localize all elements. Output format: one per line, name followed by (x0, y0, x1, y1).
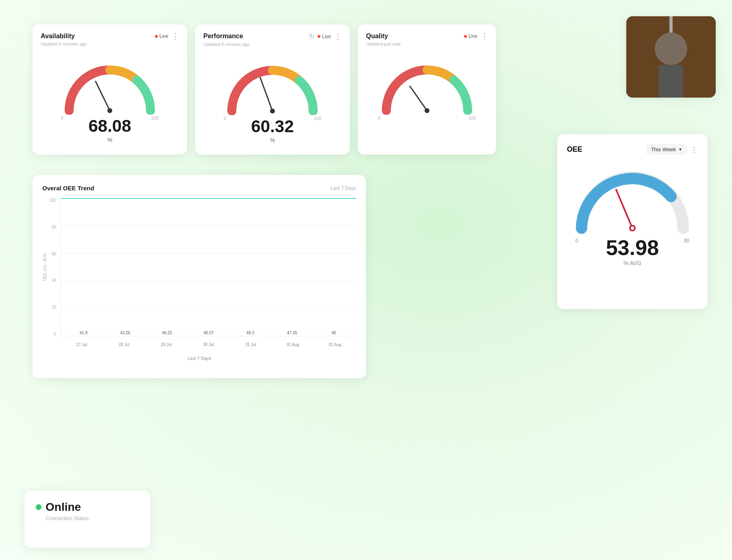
performance-live-label: Live (322, 34, 331, 39)
svg-rect-8 (661, 53, 681, 65)
chart-header: Overal OEE Trend Last 7 Days (42, 185, 356, 192)
bar-label-0: 41.9 (80, 331, 87, 335)
bar-group-4: 48.3 (232, 331, 269, 336)
online-indicator: Online (36, 501, 139, 514)
quality-menu[interactable]: ⋮ (481, 33, 488, 40)
availability-title: Availability (41, 33, 75, 40)
bar-label-1: 43.26 (120, 331, 130, 335)
card-online: Online Connection Status (24, 491, 150, 548)
availability-header: Availability Live ⋮ (41, 33, 179, 40)
bar-label-2: 48.25 (162, 331, 172, 335)
oee-title: OEE (567, 145, 582, 154)
oee-header: OEE This Week ▼ ⋮ (567, 144, 698, 155)
bar-label-6: 46 (331, 331, 336, 335)
yaxis-100: 100 (49, 198, 56, 203)
xaxis-item-1: 28 Jul (103, 336, 145, 353)
chart-yaxis-title: OEE (%) - AVG (43, 253, 47, 281)
chart-xaxis-title: Last 7 Days (187, 356, 211, 361)
svg-line-13 (410, 86, 427, 111)
availability-gauge: 0 100 68.08 % (41, 50, 179, 143)
quality-gauge-max: 100 (468, 115, 476, 120)
performance-menu[interactable]: ⋮ (334, 33, 342, 40)
availability-live-dot (155, 35, 158, 38)
online-status: Online (46, 501, 81, 514)
availability-live-badge: Live (155, 33, 168, 39)
yaxis-60: 60 (52, 252, 56, 256)
oee-gauge-min: 0 (575, 238, 578, 244)
availability-gauge-min: 0 (61, 115, 63, 120)
performance-unit: % (270, 137, 275, 144)
svg-rect-3 (663, 16, 667, 41)
bar-group-2: 48.25 (148, 331, 185, 336)
svg-line-11 (260, 78, 272, 111)
card-quality: Quality Live ⋮ Updated just now 0 (358, 24, 496, 155)
svg-line-9 (96, 81, 110, 111)
svg-rect-1 (651, 41, 691, 98)
chart-bars: 41.9 43.26 48.25 46.07 (61, 198, 356, 336)
bar-label-4: 48.3 (246, 331, 254, 335)
performance-gauge-max: 100 (314, 116, 321, 121)
main-container: Availability Live ⋮ Updated 5 minutes ag… (24, 24, 708, 536)
oee-gauge-svg (571, 163, 693, 236)
availability-live-label: Live (159, 33, 168, 39)
performance-subtitle: Updated 5 minutes ago (203, 42, 342, 47)
quality-header: Quality Live ⋮ (366, 33, 488, 40)
card-availability: Availability Live ⋮ Updated 5 minutes ag… (33, 24, 187, 155)
availability-value: 68.08 (88, 116, 131, 136)
chart-xaxis: 27 Jul 28 Jul 29 Jul 30 Jul 31 Jul 01 Au… (61, 336, 356, 353)
availability-menu[interactable]: ⋮ (172, 33, 179, 40)
bar-group-6: 46 (315, 331, 352, 336)
chart-title: Overal OEE Trend (42, 185, 94, 192)
performance-live-badge: Live (318, 34, 331, 39)
svg-rect-7 (655, 65, 687, 89)
performance-title: Performance (203, 33, 243, 40)
bar-label-3: 46.07 (204, 331, 214, 335)
svg-point-12 (270, 109, 275, 113)
machine-photo (626, 16, 716, 98)
quality-subtitle: Updated just now (366, 41, 488, 46)
yaxis-20: 20 (52, 305, 56, 309)
card-performance: Performance ↻ Live ⋮ Updated 5 minutes a… (195, 24, 350, 155)
oee-value: 53.98 (606, 235, 659, 260)
refresh-icon[interactable]: ↻ (309, 33, 314, 40)
performance-header: Performance ↻ Live ⋮ (203, 33, 342, 40)
quality-live-dot (464, 35, 467, 38)
oee-menu[interactable]: ⋮ (691, 146, 698, 153)
svg-rect-6 (649, 45, 693, 46)
performance-value: 60.32 (251, 117, 294, 136)
online-subtitle: Connection Status (46, 515, 139, 521)
quality-gauge: 0 100 (366, 50, 488, 120)
availability-subtitle: Updated 5 minutes ago (41, 41, 179, 46)
bar-label-5: 47.35 (287, 331, 297, 335)
xaxis-item-2: 29 Jul (145, 336, 187, 353)
svg-point-14 (425, 108, 429, 113)
xaxis-item-4: 31 Jul (229, 336, 272, 353)
availability-header-right: Live ⋮ (155, 33, 179, 40)
quality-live-badge: Live (464, 33, 477, 39)
oee-period-dropdown[interactable]: This Week ▼ (646, 144, 687, 155)
performance-gauge: 0 100 60.32 % (203, 51, 342, 144)
svg-point-4 (662, 17, 668, 24)
quality-title: Quality (366, 33, 388, 40)
oee-gauge-container: 0 80 53.98 % AVG (567, 163, 698, 266)
xaxis-item-3: 30 Jul (187, 336, 230, 353)
svg-point-17 (631, 227, 634, 230)
chart-yaxis: OEE (%) - AVG 100 80 60 40 20 0 (42, 198, 59, 336)
quality-live-label: Live (468, 33, 477, 39)
svg-rect-0 (626, 16, 716, 98)
quality-gauge-min: 0 (378, 115, 381, 120)
bar-group-5: 47.35 (274, 331, 311, 336)
availability-gauge-max: 100 (151, 115, 159, 120)
oee-unit: % AVG (623, 260, 641, 266)
chart-plot: 41.9 43.26 48.25 46.07 (61, 198, 356, 336)
bar-group-3: 46.07 (190, 331, 227, 336)
card-trend: Overal OEE Trend Last 7 Days OEE (%) - A… (33, 175, 366, 378)
xaxis-item-0: 27 Jul (61, 336, 103, 353)
oee-gauge-max: 80 (684, 238, 689, 244)
svg-point-10 (107, 108, 112, 113)
online-dot (36, 504, 41, 510)
chart-period: Last 7 Days (331, 185, 356, 191)
availability-gauge-svg (57, 54, 163, 115)
yaxis-80: 80 (52, 225, 56, 229)
svg-rect-2 (659, 33, 683, 65)
